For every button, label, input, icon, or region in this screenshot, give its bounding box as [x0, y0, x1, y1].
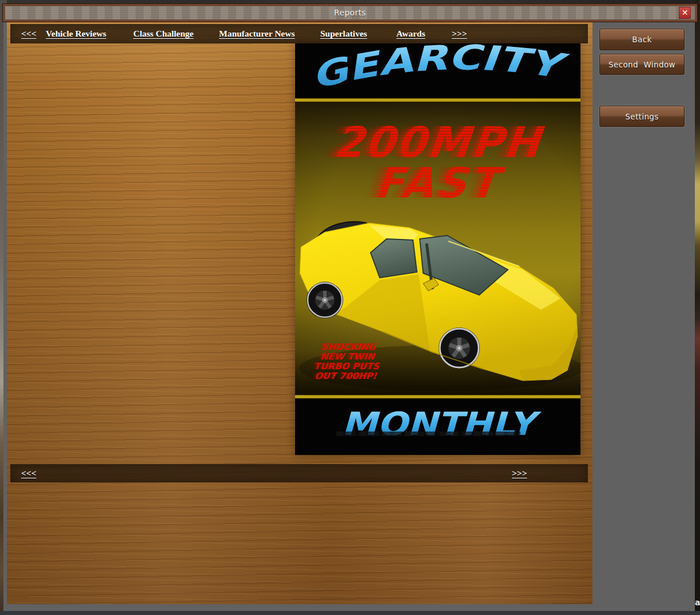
nav-next-link[interactable]: >>>	[452, 29, 467, 39]
nav-prev-link[interactable]: <<<	[21, 29, 37, 39]
magazine-masthead-band: GEARCITY	[295, 43, 580, 98]
report-tabs-bar: <<< Vehicle Reviews Class Challenge Manu…	[10, 24, 588, 43]
second-window-button[interactable]: Second Window	[599, 54, 685, 75]
background-text-fragment: a	[695, 598, 700, 607]
settings-button[interactable]: Settings	[599, 106, 685, 127]
footer-faint-text	[336, 432, 520, 436]
svg-text:MONTHLY: MONTHLY	[341, 405, 542, 442]
tab-awards[interactable]: Awards	[396, 29, 425, 39]
headline-fast: FAST	[295, 162, 580, 203]
magazine-cover-art: 200MPH FAST	[295, 102, 580, 395]
subheadline-line: OUT 700HP!	[305, 372, 387, 381]
pager-prev-link[interactable]: <<<	[21, 468, 37, 478]
gearcity-logo: GEARCITY	[295, 43, 580, 98]
magazine-footer-band: MONTHLY	[295, 398, 580, 455]
pager-next-link[interactable]: >>>	[512, 468, 527, 478]
subheadline-text: SHOCKING NEW TWIN TURBO PUTS OUT 700HP!	[305, 342, 389, 381]
headline-200mph: 200MPH	[295, 121, 580, 163]
subheadline-line: SHOCKING	[307, 342, 389, 352]
background-scene-right	[695, 0, 700, 615]
window-titlebar[interactable]: Reports ✕	[3, 4, 697, 22]
background-bottom-bar	[0, 611, 700, 615]
magazine-cover: GEARCITY 200MPH FAST	[295, 43, 580, 455]
tab-class-challenge[interactable]: Class Challenge	[133, 29, 194, 39]
tab-vehicle-reviews[interactable]: Vehicle Reviews	[46, 29, 106, 39]
back-button[interactable]: Back	[599, 29, 685, 50]
subheadline-line: NEW TWIN	[307, 352, 388, 362]
window-title: Reports	[5, 8, 695, 17]
tab-superlatives[interactable]: Superlatives	[320, 29, 367, 39]
monthly-wordmark: MONTHLY	[295, 398, 580, 455]
subheadline-line: TURBO PUTS	[306, 362, 388, 372]
tab-manufacturer-news[interactable]: Manufacturer News	[219, 29, 295, 39]
close-icon[interactable]: ✕	[679, 7, 691, 19]
svg-text:GEARCITY: GEARCITY	[307, 43, 571, 97]
report-pager-bar: <<< >>>	[10, 464, 588, 482]
